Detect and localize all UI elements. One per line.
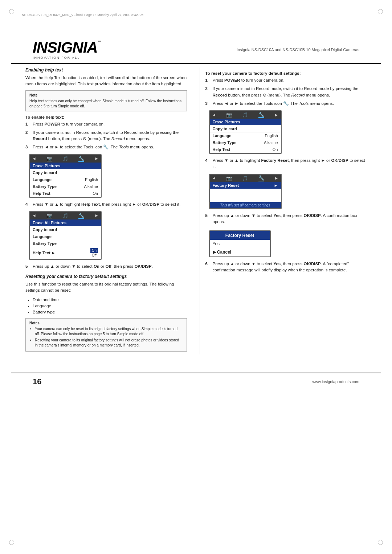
tools-2-active: 🔧 <box>78 213 84 219</box>
step-1: 1 Press POWER to turn your camera on. <box>25 121 187 127</box>
icon-bar-2: ◄ 📷 🎵 🔧 ► <box>30 212 101 219</box>
step-3: 3 Press ◄ or ► to select the Tools icon … <box>25 144 187 150</box>
help-text-intro: When the Help Text function is enabled, … <box>25 75 187 87</box>
menu-item-3-erase: Erase Pictures <box>210 119 281 126</box>
corner-mark-bl <box>9 540 14 545</box>
note-label: Note <box>29 93 183 98</box>
helptext-off: Off <box>90 253 98 258</box>
footer-url: www.insigniaproducts.com <box>312 379 359 384</box>
notes-box: Notes Your camera can only be reset to i… <box>25 318 187 352</box>
corner-mark-tl <box>9 9 14 14</box>
camera-menu-3: ◄ 📷 🎵 🔧 ► Erase Pictures Copy to card La… <box>209 110 282 154</box>
corner-mark-tr <box>378 9 383 14</box>
camera-f: 📷 <box>226 176 232 181</box>
confirm-yes-label: Yes <box>213 241 220 246</box>
factory-step-4: 4 Press ▼ or ▲ to highlight Factory Rese… <box>205 157 367 170</box>
confirm-title: Factory Reset <box>210 231 270 240</box>
confirm-yes: Yes <box>210 240 270 248</box>
menu-item-2-erase: Erase All Pictures <box>30 219 101 226</box>
music-icon: 🎵 <box>62 156 68 161</box>
menu-item-3-battery: Battery Type Alkaline <box>210 139 281 146</box>
enable-help-text-title: To enable help text: <box>25 115 187 119</box>
enable-steps-cont: 4 Press ▼ or ▲ to highlight Help Text, t… <box>25 201 187 208</box>
bullet-language: Language <box>33 303 187 309</box>
left-arrow-f: ◄ <box>212 176 216 181</box>
camera-menu-1: ◄ 📷 🎵 🔧 ► Erase Pictures Copy to card La… <box>29 154 102 198</box>
reset-section-title: Resetting your camera to factory default… <box>25 274 187 279</box>
menu-item-2-copy: Copy to card <box>30 226 101 233</box>
factory-note: This will set all camera settings <box>210 202 281 208</box>
file-info: NS-D8C10A-10B_09-0323_MAN_V2.book Page 1… <box>11 12 381 18</box>
corner-mark-br <box>378 540 383 545</box>
menu-item-copy: Copy to card <box>30 169 101 176</box>
factory-step-5: 5 Press up ▲ or down ▼ to select Yes, th… <box>205 213 367 225</box>
section-title-help-text: Enabling help text <box>25 67 187 73</box>
header-title: Insignia NS-DSC10A and NS-DSC10B 10 Mega… <box>237 48 359 52</box>
music-f: 🎵 <box>242 176 248 181</box>
logo-text: INSIGNIA <box>33 40 98 55</box>
menu-item-2-battery: Battery Type <box>30 240 101 247</box>
factory-reset-title: To reset your camera to factory default … <box>205 71 367 75</box>
reset-bullets: Date and time Language Battery type <box>25 297 187 316</box>
left-arrow-2: ◄ <box>32 213 36 218</box>
enable-steps-list: 1 Press POWER to turn your camera on. 2 … <box>25 121 187 151</box>
factory-items: Factory Reset ► <box>210 182 281 202</box>
r-step-3: 3 Press ◄ or ► to select the Tools icon … <box>205 100 367 107</box>
camera-menu-2: ◄ 📷 🎵 🔧 ► Erase All Pictures Copy to car… <box>29 211 102 260</box>
factory-steps-list: 1 Press POWER to turn your camera on. 2 … <box>205 77 367 107</box>
notes-label: Notes <box>29 321 183 326</box>
menu-item-2-helptext: Help Text ► On Off <box>30 247 101 259</box>
r-step-4: 4 Press ▼ or ▲ to highlight Factory Rese… <box>205 157 367 170</box>
menu-items-2: Erase All Pictures Copy to card Language… <box>30 219 101 259</box>
step-2: 2 If your camera is not in Record mode, … <box>25 130 187 142</box>
factory-menu: ◄ 📷 🎵 🔧 ► Factory Reset ► This will set … <box>209 174 282 209</box>
left-column: Enabling help text When the Help Text fu… <box>25 67 192 354</box>
camera-3: 📷 <box>226 112 232 118</box>
page-header: INSIGNIA ™ INNOVATION FOR ALL Insignia N… <box>11 29 381 64</box>
menu-item-language: Language English <box>30 176 101 183</box>
page-number: 16 <box>33 377 41 386</box>
r-step-5: 5 Press up ▲ or down ▼ to select Yes, th… <box>205 213 367 225</box>
note-box: Note Help text settings can only be chan… <box>25 90 187 111</box>
camera-2: 📷 <box>46 213 52 218</box>
r-step-1: 1 Press POWER to turn your camera on. <box>205 77 367 83</box>
tools-f-active: 🔧 <box>258 175 264 181</box>
bullet-battery: Battery type <box>33 309 187 315</box>
tools-3-active: 🔧 <box>258 112 264 118</box>
right-arrow-f: ► <box>274 176 279 181</box>
confirm-cancel: ▶ Cancel <box>210 248 270 257</box>
menu-item-3-language: Language English <box>210 132 281 139</box>
right-column: To reset your camera to factory default … <box>200 67 367 354</box>
menu-item-3-helptext: Help Text On <box>210 146 281 153</box>
enable-steps-5: 5 Press up ▲ or down ▼ to select On or O… <box>25 263 187 270</box>
music-3: 🎵 <box>242 112 248 118</box>
confirm-cancel-label: ▶ Cancel <box>213 250 232 255</box>
menu-items-3: Erase Pictures Copy to card Language Eng… <box>210 119 281 153</box>
left-arrow-icon: ◄ <box>32 156 36 161</box>
menu-item-3-copy: Copy to card <box>210 126 281 132</box>
factory-spacer <box>210 189 281 202</box>
logo-subtitle: INNOVATION FOR ALL <box>33 56 101 59</box>
r-step-6: 6 Press up ▲ or down ▼ to select Yes, th… <box>205 261 367 274</box>
menu-items-1: Erase Pictures Copy to card Language Eng… <box>30 163 101 197</box>
menu-item-battery: Battery Type Alkaline <box>30 183 101 190</box>
step-5: 5 Press up ▲ or down ▼ to select On or O… <box>25 263 187 270</box>
factory-reset-item: Factory Reset ► <box>210 182 281 189</box>
icon-bar-factory: ◄ 📷 🎵 🔧 ► <box>210 175 281 182</box>
menu-item-2-language: Language <box>30 233 101 240</box>
right-arrow-2: ► <box>94 213 99 218</box>
tools-icon-active: 🔧 <box>78 156 84 162</box>
step-4: 4 Press ▼ or ▲ to highlight Help Text, t… <box>25 201 187 208</box>
menu-item-erase: Erase Pictures <box>30 163 101 169</box>
music-2: 🎵 <box>62 213 68 218</box>
logo: INSIGNIA ™ INNOVATION FOR ALL <box>33 40 101 59</box>
bullet-date: Date and time <box>33 297 187 303</box>
note-2: Resetting your camera to its original fa… <box>35 338 183 348</box>
right-arrow-3: ► <box>274 112 279 118</box>
icon-bar-1: ◄ 📷 🎵 🔧 ► <box>30 155 101 163</box>
helptex-on: On <box>90 248 98 253</box>
factory-step-6: 6 Press up ▲ or down ▼ to select Yes, th… <box>205 261 367 274</box>
note-text: Help text settings can only be changed w… <box>29 99 183 109</box>
camera-icon: 📷 <box>46 156 52 161</box>
reset-intro: Use this function to reset the camera to… <box>25 281 187 294</box>
